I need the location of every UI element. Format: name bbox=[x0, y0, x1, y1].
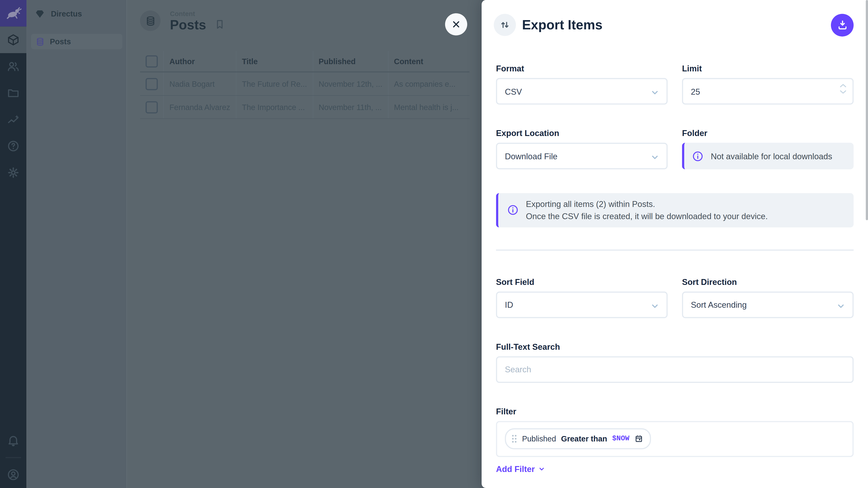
cell-author: Fernanda Alvarez bbox=[164, 95, 236, 119]
filter-field[interactable]: Published bbox=[522, 434, 556, 443]
sidebar-item-label: Posts bbox=[50, 37, 71, 46]
collection-icon-circle bbox=[140, 11, 161, 31]
folder-field-group: Folder Not available for local downloads bbox=[682, 128, 854, 169]
sort-field-select[interactable]: ID bbox=[496, 291, 668, 318]
module-help[interactable] bbox=[0, 133, 27, 160]
filter-value[interactable]: $NOW bbox=[612, 434, 629, 443]
project-header[interactable]: Directus bbox=[27, 0, 127, 27]
settings-icon bbox=[6, 166, 20, 180]
sort-direction-select[interactable]: Sort Ascending bbox=[682, 291, 854, 318]
column-header-content[interactable]: Content bbox=[388, 51, 469, 72]
filter-rule-chip[interactable]: Published Greater than $NOW bbox=[505, 428, 651, 449]
column-header-author[interactable]: Author bbox=[164, 51, 236, 72]
sort-field-value: ID bbox=[505, 300, 513, 309]
filter-container: Published Greater than $NOW bbox=[496, 421, 854, 457]
export-summary-line1: Exporting all items (2) within Posts. bbox=[526, 198, 768, 210]
module-users[interactable] bbox=[0, 53, 27, 80]
folder-icon bbox=[6, 86, 20, 100]
chevron-down-icon bbox=[649, 87, 660, 98]
filter-label: Filter bbox=[496, 406, 854, 416]
download-icon bbox=[836, 19, 848, 31]
format-label: Format bbox=[496, 64, 668, 73]
gem-icon bbox=[34, 8, 45, 19]
page-title: Posts bbox=[170, 18, 206, 32]
section-divider bbox=[496, 249, 854, 250]
folder-notice: Not available for local downloads bbox=[682, 143, 854, 169]
add-filter-label: Add Filter bbox=[496, 464, 535, 473]
cell-title: The Future of Re... bbox=[236, 72, 313, 95]
number-stepper[interactable] bbox=[839, 83, 847, 94]
navigation-sidebar: Directus Posts bbox=[27, 0, 127, 488]
export-location-label: Export Location bbox=[496, 128, 668, 138]
module-files[interactable] bbox=[0, 80, 27, 106]
select-all-checkbox[interactable] bbox=[146, 55, 158, 67]
database-icon bbox=[35, 37, 45, 46]
sort-field-group: Sort Field ID bbox=[496, 277, 668, 318]
limit-input[interactable]: 25 bbox=[682, 78, 854, 105]
info-icon bbox=[692, 150, 704, 162]
export-summary-line2: Once the CSV file is created, it will be… bbox=[526, 210, 768, 222]
cell-content: As companies e... bbox=[388, 72, 469, 95]
limit-label: Limit bbox=[682, 64, 854, 73]
help-icon bbox=[6, 139, 20, 153]
close-icon bbox=[451, 19, 462, 30]
column-header-published[interactable]: Published bbox=[313, 51, 388, 72]
bookmark-icon[interactable] bbox=[214, 18, 226, 31]
drawer-header: Export Items bbox=[482, 0, 868, 50]
add-filter-button[interactable]: Add Filter bbox=[496, 464, 546, 473]
bell-icon bbox=[6, 434, 20, 447]
drawer-title: Export Items bbox=[522, 17, 831, 33]
notifications-button[interactable] bbox=[0, 427, 27, 454]
format-value: CSV bbox=[505, 87, 522, 96]
table-header-row: Author Title Published Content bbox=[140, 51, 470, 72]
drag-handle-icon[interactable] bbox=[512, 434, 517, 443]
screen: Directus Posts Content bbox=[0, 0, 868, 488]
row-checkbox[interactable] bbox=[146, 78, 158, 90]
filter-operator[interactable]: Greater than bbox=[561, 434, 607, 443]
chevron-up-icon bbox=[839, 83, 847, 88]
module-content[interactable] bbox=[0, 27, 27, 53]
sort-direction-label: Sort Direction bbox=[682, 277, 854, 287]
module-bar-divider bbox=[5, 457, 21, 458]
user-menu-button[interactable] bbox=[0, 461, 27, 488]
folder-label: Folder bbox=[682, 128, 854, 138]
drawer-body: Format CSV Limit 25 bbox=[482, 50, 868, 488]
cell-published: November 12th, ... bbox=[313, 72, 388, 95]
scrollbar-thumb[interactable] bbox=[866, 0, 868, 220]
export-location-value: Download File bbox=[505, 151, 557, 161]
export-drawer: Export Items Format CSV Limit bbox=[482, 0, 868, 488]
chevron-down-icon bbox=[537, 464, 546, 473]
directus-logo[interactable] bbox=[0, 0, 27, 27]
breadcrumb[interactable]: Content bbox=[170, 10, 206, 18]
sort-direction-value: Sort Ascending bbox=[691, 300, 747, 309]
directus-rabbit-logo bbox=[4, 4, 23, 23]
search-input[interactable] bbox=[496, 356, 854, 383]
sidebar-item-posts[interactable]: Posts bbox=[31, 34, 122, 49]
calendar-icon[interactable] bbox=[634, 434, 643, 443]
export-location-select[interactable]: Download File bbox=[496, 143, 668, 169]
column-header-title[interactable]: Title bbox=[236, 51, 313, 72]
start-export-button[interactable] bbox=[831, 13, 854, 36]
export-summary-notice: Exporting all items (2) within Posts. On… bbox=[496, 193, 854, 227]
table-row[interactable]: Nadia Bogart The Future of Re... Novembe… bbox=[140, 72, 470, 95]
module-settings[interactable] bbox=[0, 159, 27, 186]
page-header: Content Posts bbox=[140, 10, 226, 32]
chevron-down-icon bbox=[649, 300, 660, 311]
box-icon bbox=[6, 33, 20, 46]
items-table: Author Title Published Content Nadia Bog… bbox=[140, 51, 470, 119]
sort-direction-group: Sort Direction Sort Ascending bbox=[682, 277, 854, 318]
format-select[interactable]: CSV bbox=[496, 78, 668, 105]
module-insights[interactable] bbox=[0, 106, 27, 133]
drawer-header-icon-circle bbox=[494, 14, 516, 36]
cell-content: Mental health is j... bbox=[388, 95, 469, 119]
full-text-search-group: Full-Text Search bbox=[496, 341, 854, 383]
table-row[interactable]: Fernanda Alvarez The Importance ... Nove… bbox=[140, 95, 470, 119]
project-name: Directus bbox=[51, 9, 82, 18]
row-checkbox[interactable] bbox=[146, 101, 158, 113]
format-field-group: Format CSV bbox=[496, 64, 668, 105]
full-text-search-label: Full-Text Search bbox=[496, 341, 854, 351]
export-location-field-group: Export Location Download File bbox=[496, 128, 668, 169]
user-circle-icon bbox=[6, 468, 20, 482]
drawer-close-button[interactable] bbox=[445, 13, 467, 35]
cell-author: Nadia Bogart bbox=[164, 72, 236, 95]
